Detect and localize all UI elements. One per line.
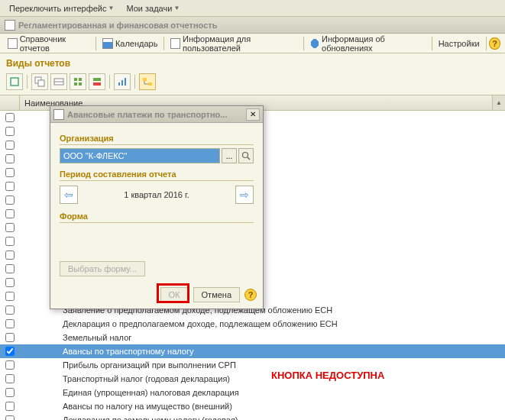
icon-tool-3[interactable] — [50, 73, 67, 90]
row-checkbox-cell — [0, 333, 20, 342]
separator — [163, 37, 164, 50]
calendar-button[interactable]: Календарь — [99, 37, 161, 50]
organization-input[interactable] — [60, 148, 220, 163]
separator — [486, 37, 487, 50]
period-label: Период составления отчета — [60, 170, 254, 181]
reference-label: Справочник отчетов — [20, 34, 89, 53]
row-checkbox[interactable] — [5, 182, 15, 191]
row-text: Авансы по транспортному налогу — [20, 347, 505, 356]
icon-toolbar — [0, 72, 505, 95]
choose-form-button: Выбрать форму... — [60, 261, 145, 276]
icon-tool-chart[interactable] — [114, 73, 131, 90]
row-checkbox-cell — [0, 209, 20, 218]
table-row[interactable]: Земельный налог — [0, 331, 505, 344]
row-checkbox[interactable] — [5, 374, 15, 383]
row-checkbox-cell — [0, 402, 20, 411]
svg-rect-14 — [143, 78, 147, 81]
window-title: Регламентированная и финансовая отчетнос… — [18, 21, 217, 30]
icon-tool-1[interactable] — [6, 73, 23, 90]
scroll-up-button[interactable]: ▲ — [493, 95, 505, 110]
top-menu-bar: Переключить интерфейс ▼ Мои задачи ▼ — [0, 0, 505, 17]
table-row[interactable]: Прибыль организаций при выполнении СРП — [0, 358, 505, 372]
update-info-button[interactable]: Информация об обновлениях — [307, 33, 429, 54]
user-info-button[interactable]: Информация для пользователей — [167, 33, 299, 54]
row-checkbox[interactable] — [5, 141, 15, 150]
row-checkbox[interactable] — [5, 305, 15, 315]
row-checkbox[interactable] — [5, 113, 15, 122]
main-toolbar: Справочник отчетов Календарь Информация … — [0, 34, 505, 53]
row-checkbox[interactable] — [5, 209, 15, 218]
row-checkbox[interactable] — [5, 402, 15, 411]
row-checkbox-cell — [0, 195, 20, 205]
row-text: Единая (упрощенная) налоговая декларация — [20, 388, 505, 397]
icon-tool-5[interactable] — [89, 73, 105, 90]
row-checkbox[interactable] — [5, 360, 15, 370]
row-checkbox[interactable] — [5, 154, 15, 163]
row-checkbox-cell — [0, 264, 20, 273]
organization-row: ... — [60, 148, 254, 163]
ellipsis-button[interactable]: ... — [222, 148, 237, 163]
dialog-help-button[interactable]: ? — [244, 289, 257, 301]
row-checkbox[interactable] — [5, 319, 15, 328]
row-checkbox[interactable] — [5, 237, 15, 246]
row-checkbox[interactable] — [5, 388, 15, 397]
icon-tool-4[interactable] — [70, 73, 86, 90]
row-checkbox-cell — [0, 305, 20, 315]
table-row[interactable]: Авансы по налогу на имущество (внешний) — [0, 399, 505, 413]
dialog-footer: ОК Отмена ? — [50, 283, 263, 309]
row-checkbox[interactable] — [5, 292, 15, 301]
report-params-dialog: Авансовые платежи по транспортно... ✕ Ор… — [50, 105, 264, 309]
row-checkbox-cell — [0, 292, 20, 301]
row-checkbox-cell — [0, 250, 20, 260]
row-checkbox[interactable] — [5, 223, 15, 232]
table-row[interactable]: Авансы по транспортному налогу — [0, 344, 505, 358]
separator — [134, 75, 135, 89]
svg-rect-0 — [11, 78, 18, 86]
my-tasks-menu[interactable]: Мои задачи ▼ — [121, 2, 184, 15]
settings-button[interactable]: Настройки — [435, 37, 483, 50]
row-checkbox-cell — [0, 182, 20, 191]
row-checkbox[interactable] — [5, 347, 15, 356]
form-area — [60, 226, 254, 257]
row-checkbox[interactable] — [5, 168, 15, 177]
window-titlebar: Регламентированная и финансовая отчетнос… — [0, 17, 505, 34]
cancel-button[interactable]: Отмена — [193, 287, 240, 302]
reference-reports-button[interactable]: Справочник отчетов — [5, 33, 92, 54]
icon-tool-2[interactable] — [31, 73, 48, 90]
lookup-button[interactable] — [238, 148, 254, 163]
row-text: Земельный налог — [20, 333, 505, 342]
doc-icon — [170, 38, 180, 49]
row-text: Авансы по налогу на имущество (внешний) — [20, 402, 505, 411]
row-checkbox[interactable] — [5, 250, 15, 260]
row-checkbox[interactable] — [5, 127, 15, 136]
close-button[interactable]: ✕ — [246, 108, 260, 121]
row-checkbox[interactable] — [5, 333, 15, 342]
row-checkbox[interactable] — [5, 195, 15, 205]
row-checkbox[interactable] — [5, 264, 15, 273]
row-checkbox-cell — [0, 127, 20, 136]
row-checkbox-cell — [0, 154, 20, 163]
row-checkbox-cell — [0, 347, 20, 356]
period-prev-button[interactable]: ⇦ — [60, 186, 78, 204]
row-checkbox[interactable] — [5, 415, 15, 420]
switch-interface-menu[interactable]: Переключить интерфейс ▼ — [5, 2, 118, 15]
icon-tool-tree[interactable] — [139, 73, 156, 90]
svg-rect-2 — [38, 80, 44, 86]
app-icon — [5, 20, 15, 31]
period-next-button[interactable]: ⇨ — [235, 186, 254, 204]
table-row[interactable]: Декларация по земельному налогу (годовая… — [0, 413, 505, 420]
svg-rect-7 — [74, 82, 77, 86]
dialog-body: Организация ... Период составления отчет… — [50, 123, 263, 283]
help-button[interactable]: ? — [489, 37, 500, 50]
svg-rect-13 — [125, 78, 126, 86]
list-icon — [8, 38, 18, 49]
table-row[interactable]: Единая (упрощенная) налоговая декларация — [0, 386, 505, 399]
calendar-icon — [102, 38, 113, 49]
row-checkbox-cell — [0, 415, 20, 420]
settings-label: Настройки — [439, 39, 480, 48]
table-row[interactable]: Декларация о предполагаемом доходе, подл… — [0, 317, 505, 331]
row-checkbox[interactable] — [5, 278, 15, 287]
row-checkbox-cell — [0, 141, 20, 150]
table-row[interactable]: Транспортный налог (годовая декларация) — [0, 372, 505, 386]
dialog-titlebar[interactable]: Авансовые платежи по транспортно... ✕ — [50, 106, 263, 123]
